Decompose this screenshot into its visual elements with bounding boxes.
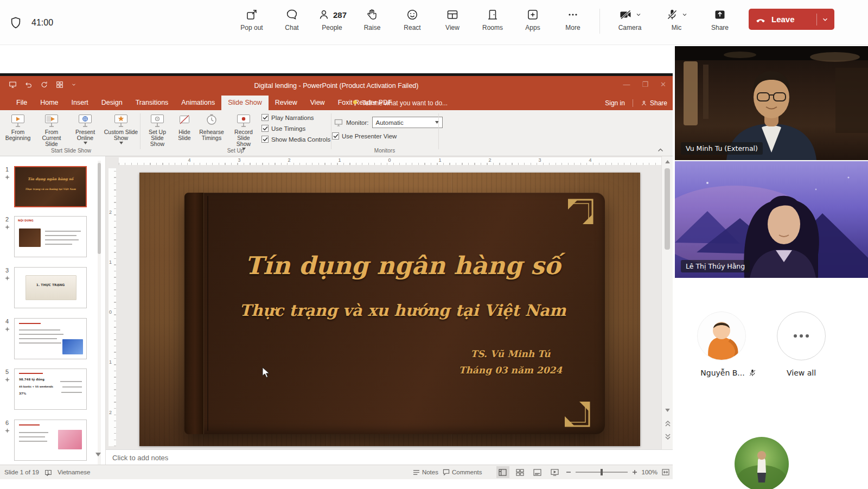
zoom-slider[interactable] — [576, 472, 628, 473]
restore-icon[interactable]: ❐ — [642, 80, 648, 88]
slide-subtitle-textbox[interactable]: Thực trạng và xu hướng tại Việt Nam — [206, 301, 599, 320]
rehearse-timings-icon — [205, 113, 219, 128]
people-button[interactable]: 287 People — [312, 7, 352, 31]
show-media-controls-checkbox[interactable]: Show Media Controls — [261, 136, 330, 143]
thumbnail-slide-4[interactable]: 4 — [0, 318, 106, 360]
leave-button[interactable]: Leave — [749, 9, 834, 30]
slide-title-textbox[interactable]: Tín dụng ngân hàng số — [206, 251, 599, 280]
notes-placeholder[interactable]: Click to add notes — [112, 454, 168, 462]
menu-item-view[interactable]: View — [304, 96, 331, 110]
popout-button[interactable]: Pop out — [232, 7, 272, 31]
close-icon[interactable]: ✕ — [660, 80, 666, 88]
animation-star-icon — [5, 428, 10, 433]
set-up-slide-show-button[interactable]: Set Up Slide Show — [142, 112, 173, 147]
zoom-level-label[interactable]: 100% — [642, 469, 658, 475]
tell-me-box[interactable]: Tell me what you want to do... — [352, 96, 448, 110]
view-all-button[interactable] — [777, 312, 826, 360]
slide-sorter-view-button[interactable] — [514, 466, 527, 478]
chat-button[interactable]: Chat — [272, 7, 312, 31]
slide-canvas[interactable]: Tín dụng ngân hàng số Thực trạng và xu h… — [139, 173, 640, 446]
sign-in-button[interactable]: Sign in — [605, 99, 625, 107]
use-timings-checkbox[interactable]: Use Timings — [261, 125, 330, 132]
camera-chevron-icon[interactable] — [635, 11, 642, 18]
ribbon-separator-2 — [331, 113, 331, 149]
spellcheck-icon[interactable] — [44, 469, 52, 476]
zoom-out-button[interactable] — [566, 469, 571, 475]
menu-item-file[interactable]: File — [10, 96, 34, 110]
rooms-button[interactable]: Rooms — [473, 7, 513, 31]
view-button[interactable]: View — [432, 7, 473, 31]
menu-item-insert[interactable]: Insert — [65, 96, 95, 110]
menu-item-transitions[interactable]: Transitions — [129, 96, 175, 110]
more-button[interactable]: More — [553, 7, 593, 31]
raise-hand-button[interactable]: Raise — [352, 7, 392, 31]
avatar-nguyen[interactable] — [697, 312, 746, 360]
thumbnail-panel-down-icon[interactable] — [95, 453, 101, 456]
scrollbar-thumb[interactable] — [665, 168, 670, 250]
record-slide-show-button[interactable]: Record Slide Show — [227, 112, 260, 150]
avatar-bottom-participant[interactable] — [735, 437, 789, 489]
thumbnail-slide-6[interactable]: 6 — [0, 420, 106, 462]
screen-share-region: Digital lending - PowerPoint (Product Ac… — [0, 45, 675, 489]
slide-date-textbox[interactable]: Tháng 03 năm 2024 — [459, 365, 562, 376]
zoom-slider-thumb[interactable] — [601, 469, 603, 475]
mic-chevron-icon[interactable] — [681, 11, 688, 18]
menu-item-review[interactable]: Review — [269, 96, 304, 110]
use-presenter-view-checkbox[interactable]: Use Presenter View — [332, 132, 397, 139]
slide-counter-label[interactable]: Slide 1 of 19 — [4, 469, 39, 475]
slide-show-view-button[interactable] — [548, 466, 561, 478]
custom-slide-show-button[interactable]: Custom Slide Show — [101, 112, 141, 144]
thumbnail-scrollbar[interactable] — [97, 161, 101, 465]
rehearse-timings-button[interactable]: Rehearse Timings — [196, 112, 227, 141]
participant-name-badge: Vu Minh Tu (External) — [681, 142, 763, 155]
share-button[interactable]: Share — [700, 7, 740, 31]
previous-slide-button[interactable] — [662, 418, 673, 429]
hide-slide-button[interactable]: Hide Slide — [173, 112, 196, 141]
present-online-button[interactable]: Present Online — [69, 112, 101, 144]
thumbnail-slide-1[interactable]: 1 Tín dụng ngân hàng số Thực trạng và xu… — [0, 166, 106, 208]
animation-star-icon — [5, 327, 10, 332]
mic-button[interactable]: Mic — [653, 7, 700, 31]
react-button[interactable]: React — [392, 7, 432, 31]
ribbon-collapse-button[interactable] — [658, 146, 667, 154]
from-beginning-button[interactable]: From Beginning — [2, 112, 34, 141]
custom-slide-show-icon — [114, 113, 128, 128]
editor-scrollbar[interactable] — [661, 156, 673, 449]
avatar-nguyen-label-row: Nguyễn B... — [688, 369, 769, 377]
present-online-icon — [78, 113, 92, 128]
ppt-share-button[interactable]: Share — [641, 99, 667, 107]
powerpoint-window: Digital lending - PowerPoint (Product Ac… — [0, 73, 673, 479]
menu-item-home[interactable]: Home — [34, 96, 65, 110]
menu-item-animations[interactable]: Animations — [175, 96, 221, 110]
menu-item-design[interactable]: Design — [95, 96, 129, 110]
from-current-slide-button[interactable]: From Current Slide — [34, 112, 69, 147]
video-tile-vu-minh-tu[interactable]: Vu Minh Tu (External) — [675, 46, 868, 160]
thumbnail-slide-2[interactable]: 2 NỘI DUNG — [0, 216, 106, 258]
leather-book-graphic[interactable]: Tín dụng ngân hàng số Thực trạng và xu h… — [184, 193, 605, 434]
apps-button[interactable]: Apps — [513, 7, 553, 31]
thumb-preview: Tín dụng ngân hàng số Thực trạng và xu h… — [14, 166, 87, 207]
scroll-up-button[interactable] — [662, 156, 673, 167]
slide-author-textbox[interactable]: TS. Vũ Minh Tú — [471, 348, 551, 359]
scroll-down-button[interactable] — [662, 405, 673, 416]
video-tile-le-thi-thuy-hang[interactable]: Lê Thị Thúy Hằng — [675, 161, 868, 278]
thumb-preview: 1. THỰC TRẠNG — [14, 267, 87, 308]
camera-button[interactable]: Camera — [607, 7, 653, 31]
participant-mic-muted-icon — [748, 369, 757, 377]
zoom-in-button[interactable] — [632, 469, 637, 475]
menu-item-slide-show[interactable]: Slide Show — [221, 96, 269, 110]
thumbnail-slide-3[interactable]: 3 1. THỰC TRẠNG — [0, 267, 106, 309]
next-slide-button[interactable] — [662, 431, 673, 442]
fit-to-window-button[interactable] — [662, 469, 669, 475]
comments-toggle-button[interactable]: Comments — [443, 469, 482, 475]
leave-chevron-icon[interactable] — [821, 16, 829, 23]
reading-view-button[interactable] — [531, 466, 544, 478]
monitor-dropdown[interactable]: Automatic — [372, 117, 443, 128]
language-label[interactable]: Vietnamese — [58, 469, 91, 475]
normal-view-button[interactable] — [496, 466, 509, 478]
notes-toggle-button[interactable]: Notes — [413, 469, 438, 475]
thumbnail-slide-5[interactable]: 5 98.748 tỷ đồng 45 banks + 55 weekends … — [0, 369, 106, 411]
minimize-icon[interactable]: — — [623, 80, 630, 88]
play-narrations-checkbox[interactable]: Play Narrations — [261, 114, 330, 121]
notes-pane[interactable]: Click to add notes — [106, 449, 673, 465]
